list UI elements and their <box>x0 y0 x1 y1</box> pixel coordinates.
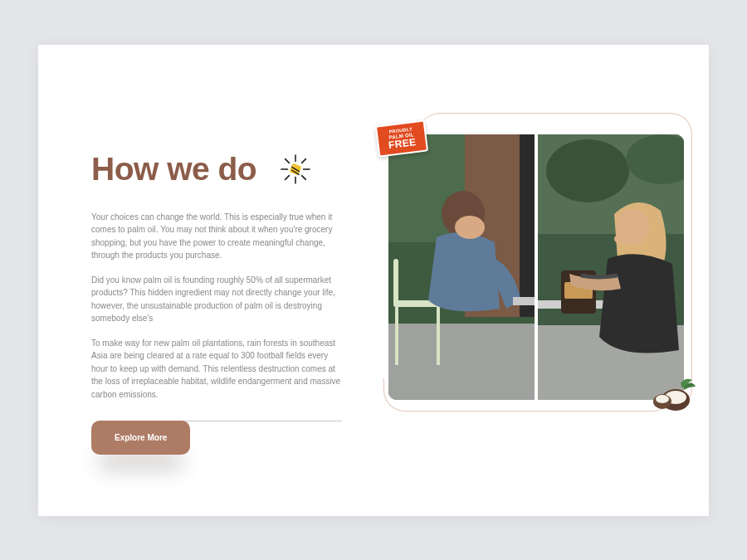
paragraph: Your choices can change the world. This … <box>91 211 345 262</box>
badge-line: FREE <box>388 136 417 149</box>
svg-rect-13 <box>388 324 535 400</box>
explore-more-button[interactable]: Explore More <box>91 421 190 455</box>
lifestyle-photo-left <box>388 134 535 400</box>
body-copy: Your choices can change the world. This … <box>91 211 345 402</box>
section-heading: How we do <box>91 151 256 187</box>
svg-line-6 <box>302 158 306 163</box>
svg-point-32 <box>614 234 627 244</box>
photo-diptych <box>388 134 684 400</box>
svg-point-25 <box>546 139 629 202</box>
svg-rect-15 <box>395 307 398 365</box>
palm-oil-free-badge: PROUDLY PALM OIL FREE <box>375 119 428 157</box>
svg-point-36 <box>656 395 669 403</box>
image-panel: PROUDLY PALM OIL FREE <box>388 134 684 400</box>
paragraph: To make way for new palm oil plantations… <box>91 337 345 402</box>
marketing-section: How we do <box>38 45 709 516</box>
svg-rect-16 <box>437 307 440 365</box>
coconut-icon <box>651 377 697 411</box>
svg-point-21 <box>455 216 485 239</box>
svg-rect-19 <box>520 134 535 317</box>
heading-row: How we do <box>91 151 345 187</box>
svg-line-5 <box>302 175 306 179</box>
lifestyle-photo-right <box>538 134 684 400</box>
svg-rect-17 <box>393 259 398 307</box>
paragraph: Did you know palm oil is founding roughl… <box>91 274 345 325</box>
sparkle-icon <box>280 153 311 185</box>
text-column: How we do <box>91 151 345 455</box>
svg-line-7 <box>286 175 290 179</box>
svg-rect-22 <box>513 297 535 305</box>
svg-line-4 <box>286 158 290 163</box>
